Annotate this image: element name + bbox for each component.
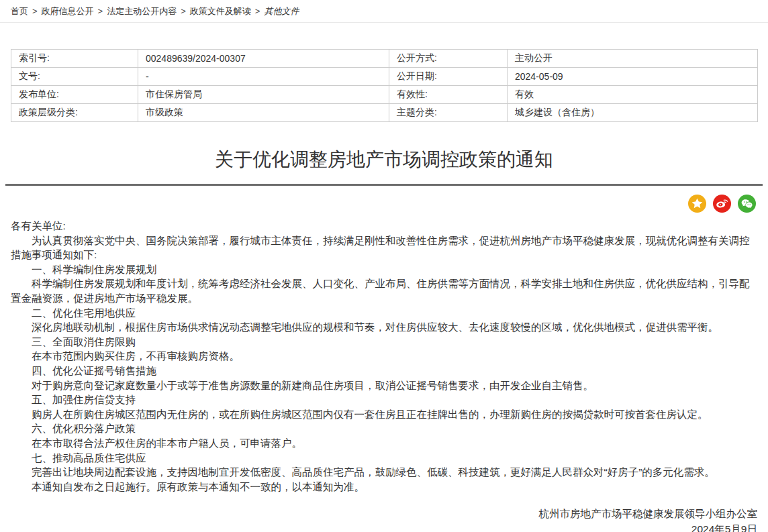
- signature-org: 杭州市房地产市场平稳健康发展领导小组办公室: [11, 506, 757, 521]
- table-row: 发布单位: 市住保房管局 有效性: 有效: [11, 86, 758, 104]
- wechat-icon: [740, 197, 754, 211]
- paragraph: 购房人在所购住房城区范围内无住房的，或在所购住房城区范围内仅有一套住房且正在挂牌…: [11, 407, 757, 422]
- section-heading-3: 三、全面取消住房限购: [11, 335, 757, 350]
- breadcrumb-separator: >: [98, 6, 103, 16]
- weibo-icon: [715, 197, 729, 211]
- breadcrumb: 首页>政府信息公开>法定主动公开内容>政策文件及解读>其他文件: [0, 0, 768, 23]
- breadcrumb-current-other-docs: 其他文件: [264, 6, 299, 16]
- paragraph: 深化房地联动机制，根据住房市场供求情况动态调整宅地供应的规模和节奏，对住房供应较…: [11, 320, 757, 335]
- section-heading-1: 一、科学编制住房发展规划: [11, 262, 757, 277]
- meta-label-publish-date: 公开日期:: [389, 68, 508, 86]
- meta-value-issuing-unit: 市住保房管局: [138, 86, 389, 104]
- qzone-share-button[interactable]: [688, 195, 706, 213]
- meta-value-index-no: 002489639/2024-00307: [138, 50, 389, 68]
- table-row: 索引号: 002489639/2024-00307 公开方式: 主动公开: [11, 50, 758, 68]
- paragraph: 本通知自发布之日起施行。原有政策与本通知不一致的，以本通知为准。: [11, 480, 757, 494]
- breadcrumb-policy-docs[interactable]: 政策文件及解读: [190, 6, 251, 16]
- signature-block: 杭州市房地产市场平稳健康发展领导小组办公室 2024年5月9日: [11, 506, 757, 532]
- table-row: 政策层级分类: 市级政策 主题分类: 城乡建设（含住房）: [11, 104, 758, 122]
- meta-label-policy-level: 政策层级分类:: [11, 104, 138, 122]
- meta-value-disclosure-mode: 主动公开: [508, 50, 758, 68]
- section-heading-5: 五、加强住房信贷支持: [11, 392, 757, 407]
- title-divider: [5, 184, 763, 186]
- meta-value-publish-date: 2024-05-09: [508, 68, 758, 86]
- meta-label-doc-no: 文号:: [11, 68, 138, 86]
- document-meta-table: 索引号: 002489639/2024-00307 公开方式: 主动公开 文号:…: [11, 49, 758, 122]
- breadcrumb-statutory-disclosure[interactable]: 法定主动公开内容: [107, 6, 177, 16]
- breadcrumb-separator: >: [32, 6, 38, 16]
- paragraph: 完善出让地块周边配套设施，支持因地制宜开发低密度、高品质住宅产品，鼓励绿色、低碳…: [11, 465, 757, 480]
- wechat-share-button[interactable]: [738, 195, 756, 213]
- meta-value-validity: 有效: [508, 86, 758, 104]
- meta-label-validity: 有效性:: [389, 86, 508, 104]
- breadcrumb-separator: >: [255, 6, 260, 16]
- section-heading-2: 二、优化住宅用地供应: [11, 306, 757, 321]
- section-heading-4: 四、优化公证摇号销售措施: [11, 364, 757, 378]
- paragraph: 科学编制住房发展规划和年度计划，统筹考虑经济社会发展、人口变化、产业布局、住房供…: [11, 276, 757, 305]
- meta-value-topic-category: 城乡建设（含住房）: [508, 104, 758, 122]
- meta-value-doc-no: -: [138, 68, 389, 86]
- section-heading-6: 六、优化积分落户政策: [11, 421, 757, 436]
- meta-value-policy-level: 市级政策: [138, 104, 389, 122]
- paragraph: 在本市取得合法产权住房的非本市户籍人员，可申请落户。: [11, 436, 757, 451]
- breadcrumb-gov-info[interactable]: 政府信息公开: [42, 6, 94, 16]
- meta-label-issuing-unit: 发布单位:: [11, 86, 138, 104]
- paragraph: 为认真贯彻落实党中央、国务院决策部署，履行城市主体责任，持续满足刚性和改善性住房…: [11, 233, 757, 262]
- meta-label-topic-category: 主题分类:: [389, 104, 508, 122]
- breadcrumb-home[interactable]: 首页: [11, 6, 28, 16]
- meta-label-index-no: 索引号:: [11, 50, 138, 68]
- paragraph: 在本市范围内购买住房，不再审核购房资格。: [11, 349, 757, 364]
- table-row: 文号: - 公开日期: 2024-05-09: [11, 68, 758, 86]
- signature-date: 2024年5月9日: [11, 521, 757, 532]
- article-body: 各有关单位: 为认真贯彻落实党中央、国务院决策部署，履行城市主体责任，持续满足刚…: [0, 219, 768, 494]
- qzone-star-icon: [690, 197, 704, 211]
- section-heading-7: 七、推动高品质住宅供应: [11, 451, 757, 466]
- meta-label-disclosure-mode: 公开方式:: [389, 50, 508, 68]
- weibo-share-button[interactable]: [713, 195, 731, 213]
- share-toolbar: [0, 195, 768, 213]
- breadcrumb-separator: >: [181, 6, 186, 16]
- salutation: 各有关单位:: [11, 219, 757, 233]
- page-title: 关于优化调整房地产市场调控政策的通知: [0, 147, 768, 172]
- paragraph: 对于购房意向登记家庭数量小于或等于准售房源数量的新建商品住房项目，取消公证摇号销…: [11, 378, 757, 393]
